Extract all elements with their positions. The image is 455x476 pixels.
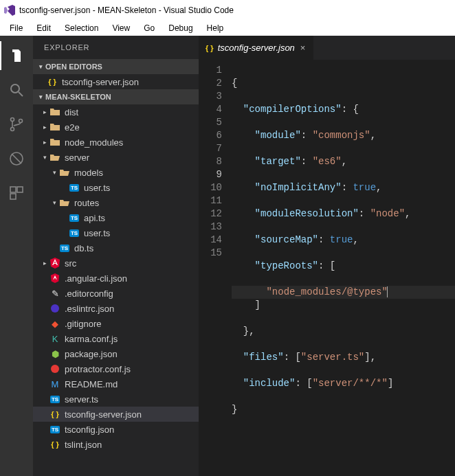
files-icon [9,47,25,64]
activity-extensions[interactable] [0,179,33,207]
tree-label: node_modules [65,137,123,148]
folder-e2e[interactable]: ▸e2e [33,120,199,135]
svg-point-0 [11,84,19,93]
menu-debug[interactable]: Debug [162,22,199,34]
ts-icon: TS [69,212,80,223]
open-editors-header[interactable]: ▾ OPEN EDITORS [33,59,199,74]
activity-search[interactable] [0,76,33,104]
menu-edit[interactable]: Edit [30,22,58,34]
menu-help[interactable]: Help [200,22,231,34]
svg-line-1 [19,92,23,96]
code-content[interactable]: { "compilerOptions": { "module": "common… [232,60,455,476]
folder-models[interactable]: ▾models [33,165,199,180]
bug-icon [8,150,25,167]
tree-label: routes [74,198,99,208]
project-label: MEAN-SKELETON [45,93,111,101]
angular-icon [49,258,60,269]
editorconfig-icon: ✎ [49,288,60,299]
editor-tabs: { } tsconfig-server.json × [199,36,455,60]
activity-explorer[interactable] [0,41,33,70]
tree-label: user.ts [84,228,110,238]
file-editorconfig[interactable]: ✎.editorconfig [33,286,199,301]
editor-tab-tsconfig-server[interactable]: { } tsconfig-server.json × [199,36,314,60]
explorer-sidebar: EXPLORER ▾ OPEN EDITORS { } tsconfig-ser… [33,36,199,476]
project-header[interactable]: ▾ MEAN-SKELETON [33,89,199,104]
extensions-icon [8,185,25,201]
tree-label: .angular-cli.json [65,273,127,284]
file-angular-cli[interactable]: .angular-cli.json [33,271,199,286]
folder-icon [49,106,60,117]
svg-point-4 [19,120,23,123]
ts-icon: TS [59,242,70,253]
protractor-icon [49,363,60,374]
folder-open-icon [59,197,70,208]
json-icon: { } [49,439,60,450]
open-editors-label: OPEN EDITORS [45,63,102,71]
json-icon: { } [49,409,60,420]
tree-label: server.ts [65,394,98,405]
tree-label: tsconfig-server.json [65,409,142,420]
file-db[interactable]: TSdb.ts [33,240,199,256]
file-protractor[interactable]: protractor.conf.js [33,361,199,376]
folder-routes[interactable]: ▾routes [33,195,199,210]
chevron-down-icon: ▾ [36,63,45,70]
svg-rect-9 [10,194,16,199]
tree-label: .eslintrc.json [65,304,114,314]
folder-server[interactable]: ▾server [33,150,199,165]
file-routes-user[interactable]: TSuser.ts [33,225,199,240]
menu-go[interactable]: Go [137,22,162,34]
file-tsconfig-server[interactable]: { }tsconfig-server.json [33,407,199,422]
folder-src[interactable]: ▸src [33,256,199,271]
file-package[interactable]: ⬢package.json [33,346,199,361]
file-gitignore[interactable]: ◆.gitignore [33,316,199,331]
ts-icon: TS [49,394,60,405]
file-tslint[interactable]: { }tslint.json [33,437,199,452]
json-icon: { } [206,44,214,52]
file-models-user[interactable]: TSuser.ts [33,180,199,195]
file-karma[interactable]: Kkarma.conf.js [33,331,199,346]
ts-icon: TS [49,424,60,435]
menu-file[interactable]: File [3,22,30,34]
npm-icon: ⬢ [49,348,60,359]
activity-scm[interactable] [0,110,33,139]
open-editor-label: tsconfig-server.json [62,77,139,87]
activity-bar [0,36,33,476]
window-title: tsconfig-server.json - MEAN-Skeleton - V… [19,5,234,15]
tree-label: tsconfig.json [65,424,114,435]
chevron-right-icon: ▸ [40,124,49,131]
chevron-down-icon: ▾ [49,199,59,206]
file-eslintrc[interactable]: .eslintrc.json [33,301,199,316]
file-routes-api[interactable]: TSapi.ts [33,210,199,225]
angular-icon [49,273,60,284]
folder-icon [49,137,60,148]
json-icon: { } [47,76,58,87]
chevron-right-icon: ▸ [40,139,49,146]
menu-selection[interactable]: Selection [58,22,105,34]
folder-node-modules[interactable]: ▸node_modules [33,135,199,150]
git-icon: ◆ [49,318,60,329]
editor-area: { } tsconfig-server.json × 1234567891011… [199,36,455,476]
activity-debug[interactable] [0,144,33,173]
code-editor[interactable]: 123456789101112131415 { "compilerOptions… [199,60,455,476]
chevron-down-icon: ▾ [49,169,59,176]
svg-point-3 [11,128,14,131]
ts-icon: TS [69,182,80,193]
tree-label: e2e [65,122,80,133]
open-editor-item[interactable]: { } tsconfig-server.json [33,74,199,89]
file-readme[interactable]: MREADME.md [33,376,199,392]
file-server-ts[interactable]: TSserver.ts [33,392,199,407]
vscode-logo-icon [4,5,15,16]
menubar: File Edit Selection View Go Debug Help [0,21,455,36]
sidebar-title: EXPLORER [33,36,199,59]
folder-icon [49,122,60,133]
menu-view[interactable]: View [105,22,137,34]
file-tsconfig[interactable]: TStsconfig.json [33,422,199,437]
tree-label: user.ts [84,183,110,193]
tree-label: dist [65,107,78,117]
svg-rect-7 [10,187,16,192]
close-icon[interactable]: × [299,43,307,53]
folder-dist[interactable]: ▸dist [33,104,199,120]
eslint-icon [49,303,60,314]
search-icon [8,82,25,98]
folder-open-icon [59,167,70,178]
